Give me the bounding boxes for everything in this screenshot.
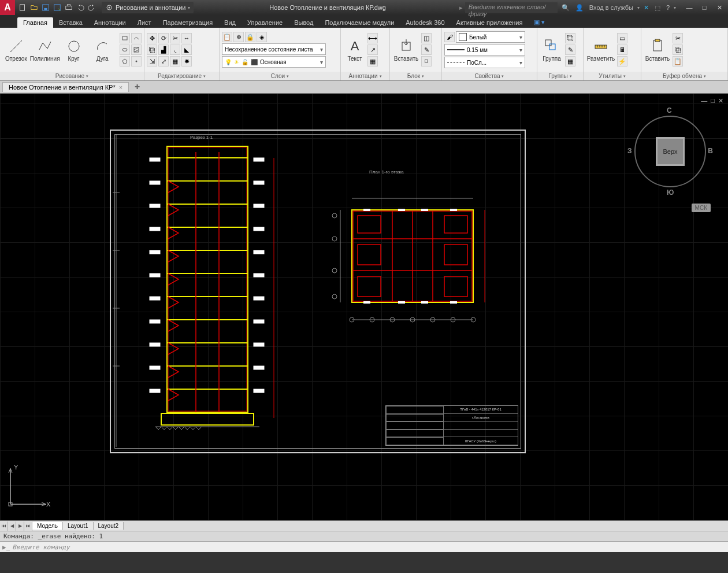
command-line[interactable]: ▶_ Введите команду (0, 541, 728, 552)
cut-icon[interactable]: ✂ (673, 33, 683, 43)
dim-linear-icon[interactable]: ⟷ (367, 33, 378, 43)
line-button[interactable]: Отрезок (2, 32, 30, 67)
arc-button[interactable]: Дуга (88, 32, 116, 67)
array-icon[interactable]: ▦ (170, 56, 180, 66)
help-icon[interactable]: ? (664, 4, 671, 11)
command-prompt-icon[interactable]: ▶_ (2, 544, 10, 551)
insert-button[interactable]: Вставить (392, 32, 420, 67)
prev-tab-icon[interactable]: ◀ (8, 522, 16, 531)
first-tab-icon[interactable]: ⏮ (0, 522, 8, 531)
save-icon[interactable] (40, 2, 51, 13)
fillet-icon[interactable]: ◟ (170, 45, 180, 55)
viewcube[interactable]: Верх С Ю З В (624, 105, 716, 198)
stayconnected-icon[interactable]: ⬚ (653, 4, 662, 12)
viewcube-south[interactable]: Ю (667, 188, 674, 197)
panel-utilities-title[interactable]: Утилиты (584, 72, 641, 80)
match-props-icon[interactable]: 🖌 (444, 32, 455, 42)
select-all-icon[interactable]: ▭ (617, 33, 627, 43)
stretch-icon[interactable]: ⇲ (147, 56, 157, 66)
ellipse-icon[interactable] (120, 45, 130, 55)
copy-clip-icon[interactable]: ⿻ (673, 45, 683, 55)
trim-icon[interactable]: ✂ (170, 33, 180, 43)
close-button[interactable]: ✕ (713, 4, 726, 12)
vp-close-icon[interactable]: ✕ (718, 97, 723, 105)
exchange-icon[interactable]: ✕ (642, 4, 651, 12)
last-tab-icon[interactable]: ⏭ (24, 522, 32, 531)
signin-icon[interactable]: 👤 (574, 4, 585, 12)
panel-properties-title[interactable]: Свойства (442, 72, 537, 80)
coord-system-badge[interactable]: МСК (692, 204, 711, 212)
tab-parametric[interactable]: Параметризация (157, 17, 218, 28)
panel-groups-title[interactable]: Группы (537, 72, 583, 80)
leader-icon[interactable]: ↗ (367, 45, 378, 55)
plot-icon[interactable] (64, 2, 74, 13)
panel-draw-title[interactable]: Рисование (0, 72, 144, 80)
tab-home[interactable]: Главная (17, 17, 53, 28)
ungroup-icon[interactable]: ⿻ (565, 33, 575, 43)
tab-output[interactable]: Вывод (288, 17, 319, 28)
linetype-dropdown[interactable]: ПоСл... (444, 57, 525, 68)
viewcube-west[interactable]: З (627, 147, 632, 155)
color-dropdown[interactable]: Белый (456, 31, 525, 43)
move-icon[interactable]: ✥ (147, 33, 157, 43)
tab-plugins[interactable]: Подключаемые модули (319, 17, 400, 28)
extend-icon[interactable]: ↔ (181, 33, 192, 43)
edit-block-icon[interactable]: ✎ (421, 45, 432, 55)
search-arrow-icon[interactable]: ▸ (459, 4, 463, 12)
layout2-tab[interactable]: Layout2 (94, 522, 124, 530)
paste-special-icon[interactable]: 📋 (673, 56, 683, 66)
layer-prop-icon[interactable]: 📋 (222, 32, 232, 42)
calc-icon[interactable]: 🖩 (617, 45, 627, 55)
rect-icon[interactable] (120, 33, 130, 43)
hatch-icon[interactable] (131, 45, 142, 55)
file-tab[interactable]: Новое Отопление и вентиляция КР* × (2, 82, 129, 92)
layer-lock-icon[interactable]: 🔒 (245, 32, 255, 42)
model-canvas[interactable]: — □ ✕ Разрез 1-1 (0, 94, 728, 520)
search-icon[interactable]: 🔍 (560, 4, 571, 12)
close-tab-icon[interactable]: × (119, 84, 122, 91)
mirror-icon[interactable]: ▟ (158, 45, 169, 55)
minimize-button[interactable]: — (683, 4, 696, 12)
tab-annotate[interactable]: Аннотации (88, 17, 132, 28)
tab-insert[interactable]: Вставка (53, 17, 88, 28)
scale-icon[interactable]: ⤢ (158, 56, 169, 66)
model-tab[interactable]: Модель (32, 522, 63, 530)
layer-iso-icon[interactable]: ◈ (257, 32, 267, 42)
attr-icon[interactable]: ⌑ (421, 56, 432, 66)
layer-current-dropdown[interactable]: 💡☀🔓⬛ Основная (222, 56, 326, 68)
panel-modify-title[interactable]: Редактирование (144, 72, 219, 80)
point-icon[interactable] (131, 56, 142, 66)
paste-button[interactable]: Вставить (644, 32, 671, 67)
tab-active-apps[interactable]: Активные приложения (451, 17, 529, 28)
circle-button[interactable]: Круг (60, 32, 88, 67)
viewcube-north[interactable]: С (667, 106, 672, 114)
tab-expand-icon[interactable]: ▣ ▾ (528, 17, 551, 28)
saveas-icon[interactable] (52, 2, 62, 13)
viewcube-face-top[interactable]: Верх (656, 137, 685, 166)
maximize-button[interactable]: □ (698, 4, 711, 12)
group-select-icon[interactable]: ▦ (565, 56, 575, 66)
search-input[interactable]: Введите ключевое слово/фразу (465, 2, 558, 13)
text-button[interactable]: AТекст (343, 32, 366, 67)
vp-minimize-icon[interactable]: — (701, 97, 707, 105)
panel-clipboard-title[interactable]: Буфер обмена (641, 72, 727, 80)
create-block-icon[interactable]: ◫ (421, 33, 432, 43)
layer-freeze-icon[interactable]: ❄ (233, 32, 244, 42)
polygon-icon[interactable] (120, 56, 130, 66)
panel-layers-title[interactable]: Слои (220, 72, 340, 80)
rotate-icon[interactable]: ⟳ (158, 33, 169, 43)
lineweight-dropdown[interactable]: 0.15 мм (444, 44, 525, 56)
explode-icon[interactable]: ✸ (181, 56, 192, 66)
vp-maximize-icon[interactable]: □ (711, 97, 715, 105)
copy-icon[interactable]: ⿻ (147, 45, 157, 55)
next-tab-icon[interactable]: ▶ (16, 522, 24, 531)
measure-button[interactable]: Разметить (586, 32, 616, 67)
tab-a360[interactable]: Autodesk 360 (400, 17, 450, 28)
chamfer-icon[interactable]: ◣ (181, 45, 192, 55)
tab-view[interactable]: Вид (218, 17, 242, 28)
new-icon[interactable] (17, 2, 28, 13)
layer-state-dropdown[interactable]: Несохраненное состояние листа (222, 43, 326, 55)
new-tab-icon[interactable]: ✚ (131, 82, 143, 92)
group-button[interactable]: Группа (540, 32, 564, 67)
tab-manage[interactable]: Управление (242, 17, 288, 28)
